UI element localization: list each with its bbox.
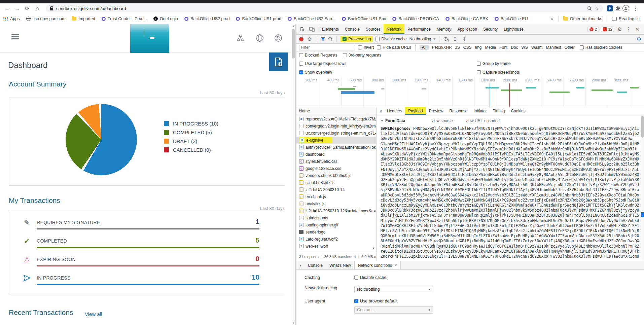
drawer-tab-network-conditions[interactable]: Network conditions× bbox=[354, 261, 401, 269]
bookmark-item[interactable]: Imported bbox=[72, 16, 95, 21]
collapse-triangle-icon[interactable]: ▼ bbox=[381, 119, 384, 122]
network-settings-gear-icon[interactable]: ⚙ bbox=[637, 36, 641, 42]
filter-type-doc[interactable]: Doc bbox=[511, 45, 518, 50]
show-overview-option[interactable]: ✓Show overview bbox=[299, 70, 332, 75]
detail-tab-response[interactable]: Response bbox=[446, 107, 470, 115]
sitemap-icon[interactable] bbox=[236, 33, 246, 43]
filter-type-all[interactable]: All bbox=[420, 45, 429, 50]
disable-cache-option[interactable]: Disable cache bbox=[375, 37, 406, 41]
devtools-tab-sources[interactable]: Sources bbox=[363, 24, 384, 34]
filter-type-fetchxhr[interactable]: Fetch/XHR bbox=[432, 45, 452, 50]
bookmark-star-icon[interactable]: ☆ bbox=[595, 6, 599, 11]
bookmark-item[interactable]: BackOffice EU bbox=[495, 16, 528, 21]
filter-type-ws[interactable]: WS bbox=[522, 45, 528, 50]
filter-input[interactable] bbox=[299, 45, 355, 50]
drawer-disable-cache-option[interactable]: Disable cache bbox=[354, 275, 387, 280]
bookmark-item[interactable]: BackOffice CA SBX bbox=[445, 16, 488, 21]
forward-button[interactable]: → bbox=[13, 4, 22, 12]
devtools-close-icon[interactable]: ✕ bbox=[634, 26, 641, 33]
request-list-header[interactable]: Name bbox=[296, 107, 376, 115]
bookmark-item[interactable]: 1OneLogin bbox=[153, 16, 178, 21]
filter-type-js[interactable]: JS bbox=[455, 45, 460, 50]
transaction-summary-row[interactable]: ✎REQUIRES MY SIGNATURE1 bbox=[37, 218, 259, 231]
scrollbar-thumb[interactable] bbox=[292, 29, 295, 59]
devtools-tab-elements[interactable]: Elements bbox=[319, 24, 342, 34]
bookmark-item[interactable]: sso.onespan.com bbox=[26, 16, 66, 21]
detail-tab-payload[interactable]: Payload bbox=[405, 107, 426, 115]
extensions-puzzle-icon[interactable] bbox=[615, 6, 620, 11]
scroll-up-arrow[interactable]: ▲ bbox=[291, 25, 296, 28]
request-row[interactable]: Tweb-esl.woff bbox=[296, 243, 376, 250]
bookmark-item[interactable]: BackOffice PROD CA bbox=[392, 16, 439, 21]
profile-avatar[interactable] bbox=[622, 5, 629, 12]
request-row[interactable]: {}styles.fef5e9c.css bbox=[296, 158, 376, 165]
bookmark-item[interactable]: BackOffice US1 Sbx bbox=[342, 16, 386, 21]
capture-screenshots-option[interactable]: Capture screenshots bbox=[477, 70, 520, 75]
request-row[interactable]: ( )client.b98cfd7.js bbox=[296, 179, 376, 186]
console-errors-badge[interactable]: ✕2 bbox=[587, 27, 599, 32]
request-row[interactable]: {}google.128ecc5.css bbox=[296, 165, 376, 172]
devtools-tab-memory[interactable]: Memory bbox=[434, 24, 454, 34]
drawer-disable-cache-checkbox[interactable] bbox=[354, 276, 358, 280]
request-row[interactable]: ( )vendors.chunk.b0bf5c0.js bbox=[296, 172, 376, 179]
invert-option[interactable]: Invert bbox=[358, 45, 374, 50]
disable-cache-checkbox[interactable] bbox=[375, 37, 380, 41]
devtools-tab-performance[interactable]: Performance bbox=[404, 24, 434, 34]
request-row[interactable]: ≣auth?provider=Saml&authenticationToke..… bbox=[296, 144, 376, 151]
form-data-title[interactable]: Form Data bbox=[385, 118, 405, 123]
reload-button[interactable]: ⟳ bbox=[23, 4, 32, 12]
export-har-icon[interactable]: ↧ bbox=[461, 36, 468, 42]
request-row[interactable]: ≣dashboard bbox=[296, 151, 376, 158]
bookmark-item[interactable]: Apps bbox=[3, 16, 20, 21]
group-by-frame-option[interactable]: Group by frame bbox=[477, 61, 510, 66]
third-party-requests-option[interactable]: 3rd-party requests bbox=[343, 53, 381, 58]
request-row[interactable]: ≣reprocess?ctx=rQIIAeNisFIqLcqzKk7Mzbl..… bbox=[296, 115, 376, 122]
filter-funnel-icon[interactable] bbox=[321, 37, 325, 41]
invert-checkbox[interactable] bbox=[358, 45, 362, 49]
filter-type-wasm[interactable]: Wasm bbox=[531, 45, 543, 50]
preserve-log-checkbox[interactable]: ✓ bbox=[343, 37, 347, 41]
view-source-link[interactable]: view source bbox=[431, 118, 453, 123]
filter-type-media[interactable]: Media bbox=[485, 45, 496, 50]
detail-tab-initiator[interactable]: Initiator bbox=[470, 107, 490, 115]
bookmark-item[interactable]: BackOffice US2 prod bbox=[184, 16, 230, 21]
request-row[interactable]: ( )js?id=UA-2950310-12&l=dataLayer&cx= bbox=[296, 207, 376, 214]
inspect-element-icon[interactable] bbox=[298, 25, 307, 34]
blocked-requests-checkbox[interactable] bbox=[299, 53, 303, 57]
bookmark-item[interactable]: BackOffice US1 prod bbox=[236, 16, 281, 21]
request-row[interactable]: ux.converged.login.strings-en.min_o71-iz… bbox=[296, 130, 376, 137]
request-row[interactable]: ( )js?id=UA-2950310-14 bbox=[296, 186, 376, 193]
payload-scrollbar[interactable] bbox=[641, 115, 644, 261]
page-scrollbar[interactable]: ▲ ▼ bbox=[291, 24, 295, 325]
devtools-settings-gear-icon[interactable]: ⚙ bbox=[616, 26, 623, 33]
url-bar[interactable]: sandbox.esignlive.com/a/dashboard ☆ bbox=[46, 4, 603, 12]
payload-scrollbar-thumb[interactable] bbox=[641, 116, 644, 138]
has-blocked-cookies-checkbox[interactable] bbox=[580, 45, 584, 49]
network-overview-timeline[interactable]: 200 ms400 ms600 ms800 ms1000 ms1200 ms14… bbox=[296, 77, 644, 107]
back-button[interactable]: ← bbox=[3, 4, 11, 12]
use-large-rows-checkbox[interactable] bbox=[299, 62, 303, 66]
transaction-summary-row[interactable]: ⚠EXPIRING SOON0 bbox=[37, 255, 259, 268]
show-overview-checkbox[interactable]: ✓ bbox=[299, 70, 303, 74]
view-url-encoded-link[interactable]: view URL-encoded bbox=[466, 118, 500, 123]
apps-grid-icon[interactable] bbox=[3, 17, 8, 21]
device-toolbar-icon[interactable] bbox=[307, 25, 317, 34]
blocked-requests-option[interactable]: Blocked Requests bbox=[299, 53, 337, 58]
close-detail-icon[interactable]: × bbox=[378, 109, 384, 114]
hide-data-urls-checkbox[interactable] bbox=[377, 45, 381, 49]
devtools-tab-security[interactable]: Security bbox=[480, 24, 501, 34]
filter-type-manifest[interactable]: Manifest bbox=[546, 45, 561, 50]
network-conditions-icon[interactable] bbox=[443, 37, 449, 41]
devtools-tab-lighthouse[interactable]: Lighthouse bbox=[501, 24, 527, 34]
devtools-tab-application[interactable]: Application bbox=[454, 24, 480, 34]
bookmark-item[interactable]: Trust Center - Prod... bbox=[102, 16, 147, 21]
request-row[interactable]: converged.v2.login.min_kfhrfyfy-sm2tmk..… bbox=[296, 122, 376, 130]
use-browser-default-checkbox[interactable]: ✓ bbox=[354, 299, 358, 303]
bookmarks-overflow-chevron[interactable]: » bbox=[551, 16, 553, 21]
zoom-icon[interactable] bbox=[587, 6, 592, 11]
detail-tab-headers[interactable]: Headers bbox=[384, 107, 405, 115]
transaction-summary-row[interactable]: ✓COMPLETED5 bbox=[37, 236, 259, 250]
filter-type-css[interactable]: CSS bbox=[463, 45, 472, 50]
detail-tab-cookies[interactable]: Cookies bbox=[508, 107, 528, 115]
other-bookmarks-button[interactable]: Other bookmarks bbox=[563, 16, 602, 21]
